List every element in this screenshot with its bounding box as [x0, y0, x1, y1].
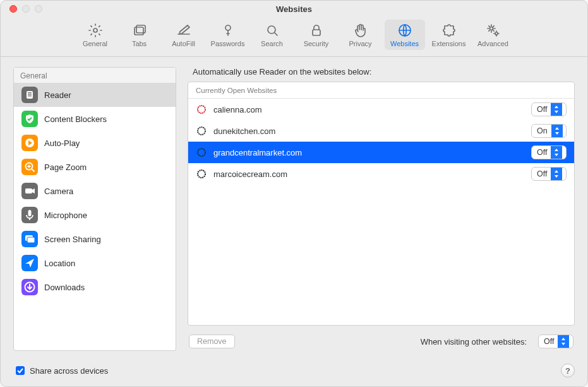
sidebar-item-camera[interactable]: Camera: [14, 179, 176, 203]
tab-label: Tabs: [132, 40, 147, 47]
default-label: When visiting other websites:: [421, 337, 527, 347]
tab-privacy[interactable]: Privacy: [340, 20, 381, 50]
zoom-button[interactable]: [35, 5, 42, 13]
tab-search[interactable]: Search: [252, 20, 292, 50]
shield-icon: [21, 111, 38, 127]
svg-rect-1: [135, 27, 143, 35]
content-body: General ReaderContent BlockersAuto-PlayP…: [1, 57, 587, 356]
website-row[interactable]: marcoicecream.comOff: [188, 163, 574, 185]
titlebar: Websites: [1, 1, 587, 17]
setting-value: Off: [537, 169, 551, 178]
minimize-button[interactable]: [22, 5, 30, 13]
website-domain: dunekitchen.com: [213, 126, 531, 136]
sidebar-item-location[interactable]: Location: [14, 251, 176, 275]
svg-point-29: [198, 106, 205, 113]
svg-rect-5: [313, 30, 320, 35]
sidebar-item-screen-sharing[interactable]: Screen Sharing: [14, 227, 176, 251]
zoom-icon: [21, 159, 38, 175]
sidebar-item-label: Page Zoom: [44, 163, 87, 172]
gear-icon: [87, 22, 104, 39]
tab-extensions[interactable]: Extensions: [429, 20, 469, 50]
close-button[interactable]: [9, 5, 17, 13]
sidebar-item-downloads[interactable]: Downloads: [14, 275, 176, 299]
sidebar-item-page-zoom[interactable]: Page Zoom: [14, 155, 176, 179]
chevron-updown-icon: [558, 335, 569, 348]
setting-select[interactable]: Off: [531, 145, 567, 159]
setting-value: Off: [537, 148, 551, 157]
sidebar-item-microphone[interactable]: Microphone: [14, 203, 176, 227]
setting-value: On: [537, 126, 551, 135]
list-header: Currently Open Websites: [188, 82, 574, 99]
toolbar: GeneralTabsAutoFillPasswordsSearchSecuri…: [1, 17, 587, 57]
svg-rect-11: [28, 92, 32, 93]
website-row[interactable]: dunekitchen.comOn: [188, 120, 574, 142]
tab-label: Websites: [390, 40, 419, 47]
tab-security[interactable]: Security: [296, 20, 337, 50]
sidebar-item-content-blockers[interactable]: Content Blockers: [14, 107, 176, 131]
sidebar-item-label: Microphone: [44, 211, 87, 220]
tab-label: Advanced: [477, 40, 508, 47]
favicon-icon: [196, 147, 207, 158]
share-checkbox[interactable]: [16, 366, 25, 375]
remove-button[interactable]: Remove: [189, 335, 235, 348]
tab-label: Passwords: [211, 40, 245, 47]
footer: Share across devices ?: [1, 356, 587, 386]
sidebar-item-reader[interactable]: Reader: [14, 83, 176, 107]
setting-select[interactable]: Off: [531, 102, 567, 116]
svg-point-0: [93, 28, 97, 32]
play-icon: [21, 135, 38, 151]
website-list: Currently Open Websites calienna.comOffd…: [188, 82, 575, 326]
setting-select[interactable]: On: [531, 124, 567, 138]
default-select[interactable]: Off: [538, 335, 573, 348]
reader-icon: [21, 87, 38, 103]
chevron-updown-icon: [551, 146, 562, 159]
favicon-icon: [196, 125, 207, 137]
website-row[interactable]: grandcentralmarket.comOff: [188, 142, 574, 163]
help-button[interactable]: ?: [561, 364, 575, 378]
sidebar-item-label: Content Blockers: [44, 114, 107, 124]
tab-autofill[interactable]: AutoFill: [164, 20, 204, 50]
sidebar-item-label: Location: [44, 259, 75, 268]
sidebar-item-label: Screen Sharing: [44, 235, 101, 244]
website-row[interactable]: calienna.comOff: [188, 99, 574, 120]
svg-point-31: [198, 149, 205, 156]
chevron-updown-icon: [551, 103, 562, 116]
pencil-icon: [176, 22, 192, 39]
setting-value: Off: [537, 105, 551, 114]
svg-rect-13: [28, 95, 32, 96]
website-domain: grandcentralmarket.com: [213, 148, 531, 157]
svg-point-3: [225, 25, 231, 30]
tab-label: Search: [261, 40, 283, 47]
puzzle-icon: [441, 22, 457, 39]
globe-icon: [397, 22, 413, 39]
svg-point-7: [489, 27, 493, 30]
website-domain: calienna.com: [213, 105, 531, 114]
magnify-icon: [264, 22, 280, 39]
tab-advanced[interactable]: Advanced: [473, 20, 513, 50]
tab-label: Security: [304, 40, 329, 47]
svg-rect-22: [28, 210, 32, 216]
svg-rect-25: [27, 237, 35, 243]
favicon-icon: [196, 104, 207, 115]
lock-icon: [308, 22, 325, 39]
tab-websites[interactable]: Websites: [385, 20, 425, 50]
setting-select[interactable]: Off: [531, 167, 567, 181]
svg-point-32: [198, 170, 205, 178]
tab-passwords[interactable]: Passwords: [208, 20, 248, 50]
preferences-window: Websites GeneralTabsAutoFillPasswordsSea…: [0, 0, 588, 387]
sidebar-item-label: Downloads: [44, 283, 85, 292]
sidebar-item-label: Reader: [44, 90, 71, 100]
chevron-updown-icon: [551, 125, 563, 137]
download-icon: [21, 279, 38, 295]
tab-general[interactable]: General: [75, 20, 116, 50]
svg-rect-2: [136, 25, 145, 33]
hand-icon: [352, 22, 369, 39]
svg-rect-12: [28, 94, 32, 95]
svg-point-8: [495, 32, 498, 35]
tabs-icon: [131, 22, 148, 39]
sidebar-item-auto-play[interactable]: Auto-Play: [14, 131, 176, 155]
tab-tabs[interactable]: Tabs: [119, 20, 160, 50]
tab-label: General: [83, 40, 107, 47]
favicon-icon: [196, 168, 207, 180]
share-label: Share across devices: [30, 366, 108, 376]
